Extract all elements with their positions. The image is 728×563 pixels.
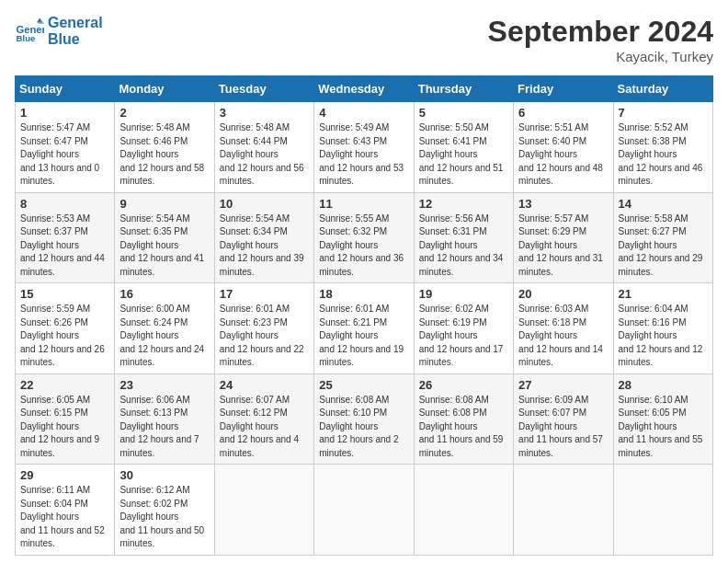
calendar-cell: 14 Sunrise: 5:58 AM Sunset: 6:27 PM Dayl… (613, 192, 712, 283)
day-info: Sunrise: 6:07 AM Sunset: 6:12 PM Dayligh… (220, 394, 309, 461)
location-subtitle: Kayacik, Turkey (488, 49, 713, 64)
day-info: Sunrise: 5:59 AM Sunset: 6:26 PM Dayligh… (20, 303, 109, 370)
month-title: September 2024 (488, 15, 713, 49)
calendar-week-row: 22 Sunrise: 6:05 AM Sunset: 6:15 PM Dayl… (16, 373, 713, 465)
calendar-cell: 12 Sunrise: 5:56 AM Sunset: 6:31 PM Dayl… (414, 192, 513, 283)
calendar-cell: 6 Sunrise: 5:51 AM Sunset: 6:40 PM Dayli… (514, 102, 613, 193)
day-number: 11 (319, 197, 408, 211)
day-number: 13 (518, 197, 608, 211)
weekday-header-thursday: Thursday (414, 76, 513, 102)
day-info: Sunrise: 6:08 AM Sunset: 6:08 PM Dayligh… (419, 394, 508, 461)
day-info: Sunrise: 6:09 AM Sunset: 6:07 PM Dayligh… (518, 394, 608, 461)
day-number: 27 (518, 378, 608, 392)
calendar-cell: 4 Sunrise: 5:49 AM Sunset: 6:43 PM Dayli… (314, 102, 414, 193)
day-number: 19 (419, 287, 508, 301)
day-number: 18 (319, 287, 408, 301)
weekday-header-monday: Monday (115, 76, 214, 102)
calendar-cell: 2 Sunrise: 5:48 AM Sunset: 6:46 PM Dayli… (115, 102, 214, 193)
day-number: 8 (20, 197, 109, 211)
calendar-cell: 16 Sunrise: 6:00 AM Sunset: 6:24 PM Dayl… (115, 283, 214, 374)
calendar-cell: 13 Sunrise: 5:57 AM Sunset: 6:29 PM Dayl… (514, 192, 613, 283)
calendar-cell: 27 Sunrise: 6:09 AM Sunset: 6:07 PM Dayl… (514, 373, 613, 465)
day-number: 15 (20, 287, 109, 301)
logo-icon: General Blue (15, 17, 44, 46)
calendar-cell: 3 Sunrise: 5:48 AM Sunset: 6:44 PM Dayli… (214, 102, 313, 193)
day-info: Sunrise: 6:00 AM Sunset: 6:24 PM Dayligh… (119, 303, 209, 370)
calendar-cell: 25 Sunrise: 6:08 AM Sunset: 6:10 PM Dayl… (314, 373, 414, 465)
day-info: Sunrise: 6:05 AM Sunset: 6:15 PM Dayligh… (20, 394, 109, 461)
calendar-cell (613, 465, 712, 556)
calendar-week-row: 8 Sunrise: 5:53 AM Sunset: 6:37 PM Dayli… (16, 192, 713, 283)
calendar-cell: 26 Sunrise: 6:08 AM Sunset: 6:08 PM Dayl… (414, 373, 513, 465)
calendar-cell (314, 465, 414, 556)
weekday-header-friday: Friday (514, 76, 613, 102)
day-info: Sunrise: 5:57 AM Sunset: 6:29 PM Dayligh… (518, 213, 608, 280)
day-info: Sunrise: 6:06 AM Sunset: 6:13 PM Dayligh… (119, 394, 209, 461)
calendar-week-row: 15 Sunrise: 5:59 AM Sunset: 6:26 PM Dayl… (16, 283, 713, 374)
day-number: 22 (20, 378, 109, 392)
day-info: Sunrise: 5:58 AM Sunset: 6:27 PM Dayligh… (619, 213, 708, 280)
logo: General Blue General Blue (15, 15, 103, 47)
calendar-week-row: 29 Sunrise: 6:11 AM Sunset: 6:04 PM Dayl… (16, 465, 713, 556)
calendar-cell (514, 465, 613, 556)
day-number: 9 (119, 197, 209, 211)
day-number: 1 (20, 106, 109, 120)
title-block: September 2024 Kayacik, Turkey (488, 15, 713, 64)
day-info: Sunrise: 5:51 AM Sunset: 6:40 PM Dayligh… (518, 121, 608, 189)
day-info: Sunrise: 5:54 AM Sunset: 6:35 PM Dayligh… (119, 213, 209, 280)
day-info: Sunrise: 5:56 AM Sunset: 6:31 PM Dayligh… (419, 213, 508, 280)
day-info: Sunrise: 5:55 AM Sunset: 6:32 PM Dayligh… (319, 213, 408, 280)
day-number: 24 (220, 378, 309, 392)
calendar-header-row: SundayMondayTuesdayWednesdayThursdayFrid… (16, 76, 713, 102)
calendar-cell: 7 Sunrise: 5:52 AM Sunset: 6:38 PM Dayli… (613, 102, 712, 193)
day-number: 12 (419, 197, 508, 211)
day-info: Sunrise: 5:49 AM Sunset: 6:43 PM Dayligh… (319, 121, 408, 189)
day-info: Sunrise: 5:47 AM Sunset: 6:47 PM Dayligh… (20, 121, 109, 189)
logo-line1: General (48, 15, 103, 31)
calendar-week-row: 1 Sunrise: 5:47 AM Sunset: 6:47 PM Dayli… (16, 102, 713, 193)
calendar-cell: 29 Sunrise: 6:11 AM Sunset: 6:04 PM Dayl… (16, 465, 115, 556)
day-number: 4 (319, 106, 408, 120)
day-info: Sunrise: 6:10 AM Sunset: 6:05 PM Dayligh… (619, 394, 708, 461)
calendar-cell: 19 Sunrise: 6:02 AM Sunset: 6:19 PM Dayl… (414, 283, 513, 374)
calendar-cell: 24 Sunrise: 6:07 AM Sunset: 6:12 PM Dayl… (214, 373, 313, 465)
day-number: 3 (220, 106, 309, 120)
day-number: 6 (518, 106, 608, 120)
calendar-cell: 9 Sunrise: 5:54 AM Sunset: 6:35 PM Dayli… (115, 192, 214, 283)
day-number: 23 (119, 378, 209, 392)
day-info: Sunrise: 5:54 AM Sunset: 6:34 PM Dayligh… (220, 213, 309, 280)
day-number: 7 (619, 106, 708, 120)
day-number: 26 (419, 378, 508, 392)
weekday-header-sunday: Sunday (16, 76, 115, 102)
day-info: Sunrise: 6:04 AM Sunset: 6:16 PM Dayligh… (619, 303, 708, 370)
day-number: 30 (119, 468, 209, 482)
day-info: Sunrise: 5:52 AM Sunset: 6:38 PM Dayligh… (619, 121, 708, 189)
calendar-cell (414, 465, 513, 556)
day-number: 2 (119, 106, 209, 120)
day-info: Sunrise: 6:08 AM Sunset: 6:10 PM Dayligh… (319, 394, 408, 461)
calendar-cell: 1 Sunrise: 5:47 AM Sunset: 6:47 PM Dayli… (16, 102, 115, 193)
weekday-header-saturday: Saturday (613, 76, 712, 102)
calendar-cell: 21 Sunrise: 6:04 AM Sunset: 6:16 PM Dayl… (613, 283, 712, 374)
calendar-cell: 11 Sunrise: 5:55 AM Sunset: 6:32 PM Dayl… (314, 192, 414, 283)
weekday-header-wednesday: Wednesday (314, 76, 414, 102)
logo-line2: Blue (48, 31, 103, 48)
page-header: General Blue General Blue September 2024… (15, 15, 713, 64)
day-number: 29 (20, 468, 109, 482)
day-number: 21 (619, 287, 708, 301)
calendar-cell (214, 465, 313, 556)
day-number: 28 (619, 378, 708, 392)
day-number: 25 (319, 378, 408, 392)
calendar-cell: 22 Sunrise: 6:05 AM Sunset: 6:15 PM Dayl… (16, 373, 115, 465)
day-info: Sunrise: 6:03 AM Sunset: 6:18 PM Dayligh… (518, 303, 608, 370)
weekday-header-tuesday: Tuesday (214, 76, 313, 102)
day-info: Sunrise: 6:12 AM Sunset: 6:02 PM Dayligh… (119, 484, 209, 551)
calendar-cell: 28 Sunrise: 6:10 AM Sunset: 6:05 PM Dayl… (613, 373, 712, 465)
calendar-cell: 23 Sunrise: 6:06 AM Sunset: 6:13 PM Dayl… (115, 373, 214, 465)
day-number: 14 (619, 197, 708, 211)
day-info: Sunrise: 5:48 AM Sunset: 6:46 PM Dayligh… (119, 121, 209, 189)
day-info: Sunrise: 5:50 AM Sunset: 6:41 PM Dayligh… (419, 121, 508, 189)
calendar-cell: 8 Sunrise: 5:53 AM Sunset: 6:37 PM Dayli… (16, 192, 115, 283)
day-info: Sunrise: 6:01 AM Sunset: 6:21 PM Dayligh… (319, 303, 408, 370)
day-info: Sunrise: 6:01 AM Sunset: 6:23 PM Dayligh… (220, 303, 309, 370)
